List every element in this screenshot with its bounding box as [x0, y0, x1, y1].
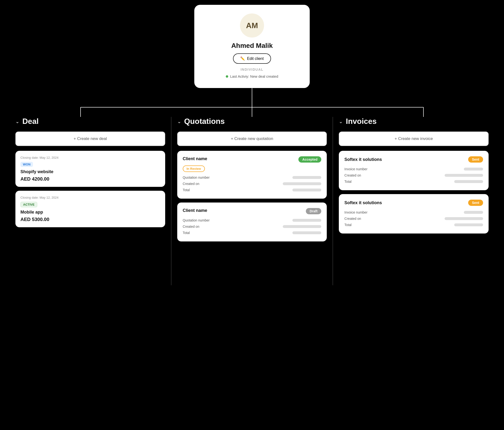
invoices-column: ⌄ Invoices + Create new invoice Softex i… — [333, 117, 494, 237]
status-badge-accepted: Accepted — [298, 156, 321, 162]
invoice-client-name: Softex it solutions — [344, 200, 382, 205]
skeleton-quotation-number — [292, 176, 321, 179]
quotations-section-header: ⌄ Quotations — [177, 117, 327, 126]
quotation-row-created: Created on — [183, 224, 322, 230]
quotation-row-number: Quotation number — [183, 174, 322, 181]
activity-dot — [226, 75, 228, 78]
invoice-client-name: Softex it solutions — [344, 157, 382, 162]
quotations-chevron-icon: ⌄ — [177, 118, 181, 124]
skeleton-total — [292, 188, 321, 191]
quotation-card: Client name Draft Quotation number Creat… — [177, 203, 327, 242]
client-name: Ahmed Malik — [231, 42, 273, 50]
in-review-badge: In Review — [183, 165, 205, 172]
edit-icon: ✏️ — [240, 56, 245, 61]
deal-badge-won: WON — [20, 162, 33, 167]
quotation-card-header: Client name Accepted — [183, 156, 322, 162]
columns-section: ⌄ Deal + Create new deal Closing date: M… — [0, 117, 504, 285]
skeleton-created-on — [283, 182, 321, 185]
client-type: INDIVIDUAL — [241, 68, 263, 72]
invoice-card: Softex it solutions Sent Invoice number … — [339, 194, 489, 233]
deal-card: Closing date: May 12, 2024 WON Shopify w… — [15, 151, 165, 187]
deal-amount: AED 4200.00 — [20, 176, 160, 182]
invoice-row-number: Invoice number — [344, 209, 483, 215]
skeleton-invoice-number — [464, 168, 483, 170]
status-badge-sent: Sent — [468, 156, 483, 162]
deal-column: ⌄ Deal + Create new deal Closing date: M… — [10, 117, 171, 231]
invoice-row-created: Created on — [344, 215, 483, 222]
skeleton-created-on — [445, 217, 483, 220]
quotations-column: ⌄ Quotations + Create new quotation Clie… — [171, 117, 333, 245]
quotation-client-name: Client name — [183, 156, 207, 161]
quotation-card-header: Client name Draft — [183, 208, 322, 214]
profile-card: AM Ahmed Malik ✏️ Edit client INDIVIDUAL… — [194, 5, 310, 88]
skeleton-total — [292, 231, 321, 234]
quotation-card: Client name Accepted In Review Quotation… — [177, 151, 327, 199]
profile-section: AM Ahmed Malik ✏️ Edit client INDIVIDUAL… — [0, 0, 504, 88]
page-wrapper: AM Ahmed Malik ✏️ Edit client INDIVIDUAL… — [0, 0, 504, 430]
invoices-chevron-icon: ⌄ — [339, 118, 343, 124]
connection-area — [0, 88, 504, 117]
invoice-row-total: Total — [344, 222, 483, 228]
deal-badge-active: ACTIVE — [20, 202, 37, 207]
invoice-row-number: Invoice number — [344, 166, 483, 172]
status-badge-sent: Sent — [468, 200, 483, 206]
invoices-section-title: Invoices — [346, 117, 377, 126]
deal-section-title: Deal — [22, 117, 39, 126]
last-activity: Last Activiy: New deal created — [226, 74, 278, 78]
create-quotation-button[interactable]: + Create new quotation — [177, 132, 327, 146]
deal-chevron-icon: ⌄ — [15, 118, 19, 124]
deal-title: Shopify website — [20, 169, 160, 174]
skeleton-total — [454, 224, 483, 226]
invoice-row-total: Total — [344, 179, 483, 185]
deal-section-header: ⌄ Deal — [15, 117, 165, 126]
connection-lines — [0, 88, 504, 117]
skeleton-created-on — [445, 174, 483, 177]
skeleton-invoice-number — [464, 211, 483, 214]
quotation-row-number: Quotation number — [183, 217, 322, 224]
deal-amount: AED 5300.00 — [20, 217, 160, 222]
quotation-row-total: Total — [183, 187, 322, 193]
closing-date: Closing date: May 12, 2024 — [20, 196, 160, 199]
skeleton-total — [454, 180, 483, 183]
deal-card: Closing date: May 12, 2024 ACTIVE Mobile… — [15, 191, 165, 227]
quotation-client-name: Client name — [183, 208, 207, 213]
closing-date: Closing date: May 12, 2024 — [20, 156, 160, 160]
invoice-row-created: Created on — [344, 172, 483, 179]
quotation-row-created: Created on — [183, 181, 322, 187]
create-invoice-button[interactable]: + Create new invoice — [339, 132, 489, 146]
deal-title: Mobile app — [20, 210, 160, 215]
avatar: AM — [240, 13, 264, 37]
invoices-section-header: ⌄ Invoices — [339, 117, 489, 126]
skeleton-created-on — [283, 225, 321, 228]
invoice-card-header: Softex it solutions Sent — [344, 200, 483, 206]
invoice-card: Softex it solutions Sent Invoice number … — [339, 151, 489, 190]
quotation-row-total: Total — [183, 230, 322, 236]
skeleton-quotation-number — [292, 219, 321, 222]
edit-client-button[interactable]: ✏️ Edit client — [233, 54, 271, 64]
quotations-section-title: Quotations — [184, 117, 225, 126]
create-deal-button[interactable]: + Create new deal — [15, 132, 165, 146]
status-badge-draft: Draft — [306, 208, 322, 214]
invoice-card-header: Softex it solutions Sent — [344, 156, 483, 162]
